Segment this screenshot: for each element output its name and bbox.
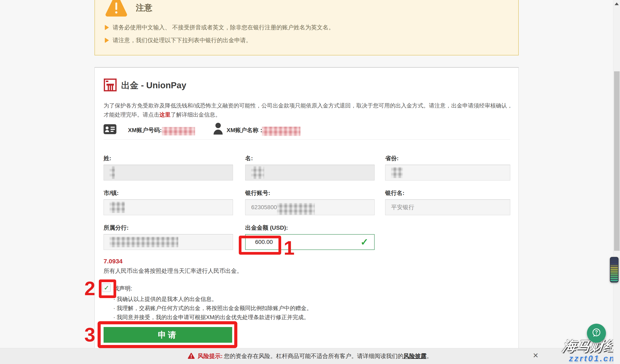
svg-text:?: ?: [595, 329, 598, 335]
exchange-rate-note: 所有人民币出金将按照处理当天汇率进行人民币出金。: [104, 267, 243, 275]
notice-bullet-text: 请务必使用中文输入、 不接受拼音或者英文，除非您在银行注册的账户姓名为英文名。: [113, 24, 334, 31]
risk-text: 您的资金存在风险。杠杆商品可能不适合所有客户。请详细阅读我们的: [224, 352, 403, 360]
unionpay-bank-icon: [104, 78, 117, 92]
field-label-province: 省份:: [385, 154, 510, 162]
annotation-box-submit: [98, 321, 237, 348]
withdrawal-card: 出金 - UnionPay 为了保护各方免受欺诈及降低洗钱和/或恐怖主义融资的可…: [94, 67, 519, 348]
bank-name-value: 平安银行: [391, 203, 414, 211]
field-label-last-name: 姓:: [104, 154, 233, 162]
valid-check-icon: ✓: [360, 236, 368, 248]
province-input[interactable]: [385, 165, 510, 181]
notice-title: 注意: [136, 2, 152, 14]
help-button[interactable]: ?: [587, 324, 606, 343]
branch-input[interactable]: [104, 234, 233, 250]
account-row: XM账户号码: XM账户名称：: [104, 122, 510, 136]
notice-bullets: 请务必使用中文输入、 不接受拼音或者英文，除非您在银行注册的账户姓名为英文名。 …: [105, 24, 334, 49]
redacted-value: [109, 167, 115, 179]
account-number-redacted: [162, 127, 195, 135]
risk-label: 风险提示:: [198, 352, 223, 360]
bank-account-input[interactable]: 62305800: [245, 199, 375, 215]
field-label-bank-name: 银行名:: [385, 189, 510, 197]
scroll-minimap-widget[interactable]: [610, 257, 619, 283]
field-label-branch: 所属分行:: [104, 224, 233, 232]
field-label-city: 市/镇:: [104, 189, 233, 197]
bank-name-input[interactable]: 平安银行: [385, 199, 510, 215]
person-icon: [213, 122, 223, 136]
scrollbar-thumb[interactable]: [614, 71, 620, 251]
account-number-label: XM账户号码:: [128, 126, 162, 134]
declaration-item: · 我同意并接受，我的出金申请可根据XM的出金优先处理条款进行修正并完成。: [113, 314, 309, 321]
redacted-value: [251, 167, 264, 179]
bullet-arrow-icon: [105, 38, 109, 43]
city-input[interactable]: [104, 199, 233, 215]
warning-triangle-icon: [105, 0, 127, 17]
notice-box: 注意 请务必使用中文输入、 不接受拼音或者英文，除非您在银行注册的账户姓名为英文…: [94, 0, 519, 55]
risk-tail: 。: [426, 352, 432, 360]
redacted-value: [391, 167, 403, 178]
risk-disclosure-link[interactable]: 风险披露: [403, 352, 426, 360]
annotation-step-2: 2: [84, 279, 95, 298]
watermark-url: zzrt01.cn: [569, 354, 616, 363]
last-name-input[interactable]: [104, 165, 233, 181]
risk-warning-icon: [188, 353, 195, 360]
notice-bullet-row: 请务必使用中文输入、 不接受拼音或者英文，除非您在银行注册的账户姓名为英文名。: [105, 24, 334, 31]
scrollbar-up-arrow-icon[interactable]: [615, 2, 619, 5]
declaration-item: · 我理解，交易账户任何方式的出金，将按照出金金额同比例扣除账户中的赠金。: [113, 304, 312, 312]
risk-warning-bar: 风险提示: 您的资金存在风险。杠杆商品可能不适合所有客户。请详细阅读我们的 风险…: [0, 348, 620, 364]
first-name-input[interactable]: [245, 165, 375, 181]
annotation-step-1: 1: [284, 238, 294, 258]
question-bubble-icon: ?: [591, 327, 602, 339]
redacted-value: [277, 203, 315, 215]
id-card-icon: [104, 124, 116, 135]
withdrawal-page: 注意 请务必使用中文输入、 不接受拼音或者英文，除非您在银行注册的账户姓名为英文…: [0, 0, 620, 364]
page-title: 出金 - UnionPay: [121, 80, 186, 91]
notice-bullet-text: 请注意，我们仅处理以下下拉列表中银行的出金申请。: [113, 36, 252, 44]
bank-account-value: 62305800: [251, 204, 277, 211]
annotation-step-3: 3: [84, 325, 95, 345]
account-name-redacted: [262, 127, 300, 136]
declaration-item: · 我确认以上提供的是我本人的出金信息。: [113, 295, 217, 303]
field-label-bank-account: 银行账号:: [245, 189, 375, 197]
account-name-label: XM账户名称：: [227, 126, 264, 134]
field-label-first-name: 名:: [245, 154, 375, 162]
redacted-value: [109, 202, 125, 213]
annotation-box-amount: [239, 236, 281, 255]
notice-bullet-row: 请注意，我们仅处理以下下拉列表中银行的出金申请。: [105, 36, 334, 44]
divider: [104, 139, 510, 139]
bullet-arrow-icon: [105, 25, 109, 30]
field-label-amount: 出金金额 (USD):: [245, 224, 375, 232]
exchange-rate: 7.0934: [104, 258, 123, 265]
redacted-value: [109, 237, 178, 247]
here-link[interactable]: 这里: [159, 112, 170, 118]
intro-paragraph: 为了保护各方免受欺诈及降低洗钱和/或恐怖主义融资的可能性，公司出金款项只能依原入…: [104, 101, 514, 119]
intro-tail: 了解详细出金信息。: [170, 112, 221, 118]
annotation-box-checkbox: [99, 279, 116, 298]
close-icon[interactable]: ×: [533, 351, 538, 360]
